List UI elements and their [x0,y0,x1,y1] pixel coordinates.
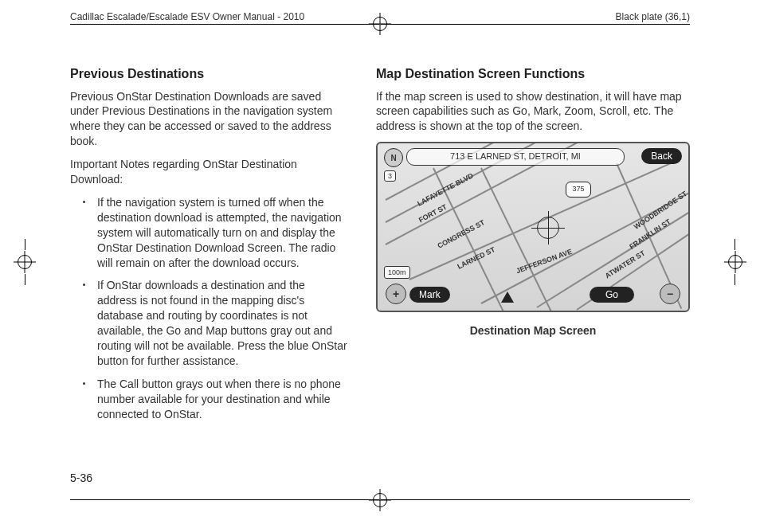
page-number: 5-36 [70,471,92,484]
plus-icon: + [393,287,399,302]
manual-title: Cadillac Escalade/Escalade ESV Owner Man… [70,11,304,22]
north-letter: N [390,153,396,164]
notes-list: If the navigation system is turned off w… [70,195,347,421]
mark-button[interactable]: Mark [409,287,450,303]
crop-tick-left-bot [25,274,25,285]
map-address-bar: 713 E LARNED ST, DETROIT, MI [406,148,625,166]
minus-icon: − [667,287,673,302]
paragraph: Important Notes regarding OnStar Destina… [70,157,347,187]
black-plate-label: Black plate (36,1) [616,11,690,22]
right-column: Map Destination Screen Functions If the … [376,65,690,460]
left-column: Previous Destinations Previous OnStar De… [70,65,347,460]
running-header: Cadillac Escalade/Escalade ESV Owner Man… [70,6,690,27]
page: { "header":{ "manual_title":"Cadillac Es… [0,0,760,532]
registration-mark-left [18,255,32,269]
zoom-in-button[interactable]: + [386,284,406,304]
destination-map-screen: LAFAYETTE BLVD FORT ST CONGRESS ST LARNE… [376,142,690,312]
content-columns: Previous Destinations Previous OnStar De… [70,65,690,460]
paragraph: Previous OnStar Destination Downloads ar… [70,89,347,150]
registration-mark-right [728,255,742,269]
map-indicator-3: 3 [384,170,396,182]
figure-caption: Destination Map Screen [376,323,690,338]
list-item: The Call button grays out when there is … [97,377,347,422]
heading-map-destination: Map Destination Screen Functions [376,65,690,83]
street-label: JEFFERSON AVE [515,247,574,276]
list-item: If the navigation system is turned off w… [97,195,347,270]
north-indicator[interactable]: N [384,148,403,167]
vehicle-icon [501,291,514,303]
crop-rule-bottom-right [381,499,690,500]
crop-tick-right-bot [735,274,735,285]
list-item: If OnStar downloads a destination and th… [97,278,347,368]
heading-previous-destinations: Previous Destinations [70,65,347,83]
paragraph: If the map screen is used to show destin… [376,89,690,135]
route-shield: 375 [566,182,591,198]
registration-mark-bottom [373,493,387,507]
crop-tick-left-top [25,239,25,250]
map-crosshair-icon [537,217,559,239]
map-scale: 100m [384,266,410,279]
back-button[interactable]: Back [641,148,682,164]
go-button[interactable]: Go [590,287,634,303]
crop-tick-right-top [735,239,735,250]
crop-rule-bottom-left [70,499,379,500]
